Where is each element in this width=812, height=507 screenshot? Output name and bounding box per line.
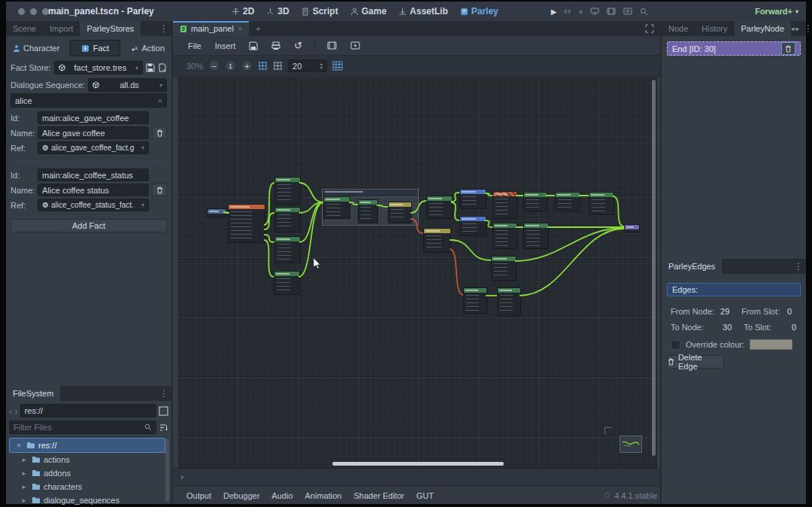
graph-node[interactable] bbox=[491, 256, 517, 281]
tab-filesystem[interactable]: FileSystem bbox=[6, 386, 60, 401]
refresh-icon[interactable]: ↺ bbox=[294, 40, 302, 51]
file-menu[interactable]: File bbox=[182, 41, 208, 50]
save-icon[interactable] bbox=[249, 41, 258, 50]
bottom-tab-debugger[interactable]: Debugger bbox=[219, 491, 264, 500]
tab-3d[interactable]: 3D bbox=[266, 6, 289, 17]
history-forward-icon[interactable]: ▸ bbox=[795, 25, 801, 32]
graph-node[interactable] bbox=[492, 223, 517, 249]
tab-parleynode[interactable]: ParleyNode bbox=[735, 21, 791, 36]
snap-toggle-icon[interactable] bbox=[258, 61, 268, 71]
tab-import[interactable]: Import bbox=[43, 21, 80, 36]
grid-toggle-icon[interactable] bbox=[273, 61, 283, 71]
new-tab-button[interactable]: + bbox=[249, 21, 267, 36]
insert-menu[interactable]: Insert bbox=[209, 41, 242, 50]
delete-fact-button[interactable] bbox=[152, 184, 167, 196]
tab-2d[interactable]: 2D bbox=[232, 6, 254, 17]
tree-item-addons[interactable]: ▸ addons bbox=[9, 466, 165, 480]
filesystem-scrollbar[interactable] bbox=[165, 439, 169, 502]
selected-node-item[interactable]: End [ID: 30] bbox=[667, 41, 801, 56]
fact-id-input[interactable]: main:alice_gave_coffee bbox=[38, 111, 149, 124]
mode-action-button[interactable]: Action bbox=[128, 44, 167, 53]
expand-bottom-panel-icon[interactable]: › bbox=[180, 471, 183, 482]
tree-item-actions[interactable]: ▸ actions bbox=[9, 453, 165, 466]
tree-item-characters[interactable]: ▸ characters bbox=[9, 480, 165, 493]
save-fact-store-icon[interactable] bbox=[146, 63, 155, 72]
tree-collapsed-icon[interactable]: ▸ bbox=[20, 456, 29, 463]
graph-vscrollbar[interactable] bbox=[652, 80, 656, 456]
graph-node[interactable] bbox=[274, 271, 300, 295]
fact-id-input[interactable]: main:alice_coffee_status bbox=[38, 168, 149, 181]
new-fact-store-icon[interactable] bbox=[158, 63, 167, 72]
graph-edge-green[interactable] bbox=[299, 183, 323, 202]
graph-edge-green[interactable] bbox=[613, 196, 624, 226]
graph-edge-green[interactable] bbox=[264, 235, 274, 242]
mode-character-button[interactable]: Character bbox=[11, 44, 62, 53]
zoom-reset-button[interactable]: 1 bbox=[225, 60, 236, 71]
minimize-window-icon[interactable] bbox=[30, 8, 37, 15]
fact-name-input[interactable]: Alice coffee status bbox=[38, 184, 149, 196]
delete-edge-button[interactable]: Delete Edge bbox=[667, 355, 724, 369]
movie-writer-icon[interactable] bbox=[623, 8, 632, 15]
graph-node[interactable] bbox=[274, 177, 301, 205]
close-window-icon[interactable] bbox=[18, 8, 25, 15]
tab-assetlib[interactable]: AssetLib bbox=[398, 6, 448, 17]
graph-canvas[interactable] bbox=[177, 77, 657, 468]
sort-files-icon[interactable] bbox=[159, 424, 168, 432]
graph-node[interactable] bbox=[523, 223, 549, 249]
fact-store-select[interactable]: fact_store.tres ▾ bbox=[54, 61, 143, 74]
graph-edge-green[interactable] bbox=[264, 183, 274, 225]
graph-node[interactable] bbox=[207, 208, 226, 217]
fact-search-input[interactable]: alice × bbox=[11, 93, 167, 108]
tab-parleyedges[interactable]: ParleyEdges bbox=[662, 259, 722, 274]
fact-ref-select[interactable]: ⚙ alice_gave_coffee_fact.g ▾ bbox=[38, 141, 149, 154]
graph-minimap[interactable] bbox=[620, 436, 642, 453]
tree-collapsed-icon[interactable]: ▸ bbox=[20, 469, 29, 477]
tree-collapsed-icon[interactable]: ▸ bbox=[20, 483, 29, 490]
delete-node-button[interactable] bbox=[781, 42, 795, 55]
minimap-toggle-icon[interactable] bbox=[332, 61, 343, 71]
tab-script[interactable]: Script bbox=[301, 6, 338, 17]
test-dialogue-icon[interactable] bbox=[327, 41, 337, 50]
graph-node[interactable] bbox=[497, 287, 521, 317]
graph-node[interactable] bbox=[589, 192, 614, 215]
graph-node[interactable] bbox=[459, 189, 486, 209]
graph-node[interactable] bbox=[423, 228, 451, 253]
pause-icon[interactable]: ▮▮ bbox=[564, 8, 571, 14]
graph-edge-red[interactable] bbox=[450, 249, 463, 295]
path-input[interactable]: res:// bbox=[20, 404, 156, 417]
play-icon[interactable]: ▶ bbox=[551, 8, 557, 16]
test-from-start-icon[interactable] bbox=[350, 41, 360, 50]
graph-node[interactable] bbox=[555, 192, 580, 211]
filter-files-input[interactable]: Filter Files bbox=[9, 420, 156, 434]
graph-edge-green[interactable] bbox=[264, 213, 274, 229]
mode-fact-button[interactable]: Fact bbox=[70, 40, 120, 56]
clear-search-icon[interactable]: × bbox=[158, 96, 162, 105]
graph-node[interactable] bbox=[523, 192, 547, 211]
export-icon[interactable] bbox=[271, 41, 280, 50]
tree-collapsed-icon[interactable]: ▸ bbox=[20, 496, 29, 504]
stop-icon[interactable]: ■ bbox=[579, 8, 583, 15]
graph-edge-green[interactable] bbox=[450, 240, 491, 260]
graph-node[interactable] bbox=[492, 191, 517, 219]
dock-menu-icon[interactable]: ⋮ bbox=[801, 23, 812, 34]
graph-node[interactable] bbox=[323, 196, 350, 219]
split-view-icon[interactable] bbox=[159, 406, 168, 416]
snap-distance-spinner[interactable]: 20 ▴ ▾ bbox=[288, 59, 327, 72]
bottom-tab-gut[interactable]: GUT bbox=[412, 491, 438, 500]
profiler-icon[interactable] bbox=[640, 8, 648, 16]
graph-node[interactable] bbox=[274, 236, 301, 263]
graph-node[interactable] bbox=[388, 202, 412, 223]
tab-parley[interactable]: Parley bbox=[460, 6, 498, 17]
fact-ref-select[interactable]: ⚙ alice_coffee_status_fact. ▾ bbox=[38, 199, 149, 211]
tab-game[interactable]: Game bbox=[350, 6, 386, 17]
graph-node[interactable] bbox=[624, 224, 640, 232]
tree-item-dialogue-sequences[interactable]: ▸ dialogue_sequences bbox=[9, 493, 165, 507]
graph-node[interactable] bbox=[426, 196, 453, 219]
bottom-tab-audio[interactable]: Audio bbox=[267, 491, 297, 500]
tab-main-panel[interactable]: main_panel × bbox=[173, 21, 249, 36]
history-back-icon[interactable]: ‹ bbox=[9, 405, 12, 417]
colour-swatch[interactable] bbox=[750, 339, 792, 350]
graph-edge-green[interactable] bbox=[264, 240, 274, 277]
tree-item-root[interactable]: ▾ res:// bbox=[9, 438, 165, 453]
zoom-out-button[interactable]: − bbox=[208, 60, 220, 71]
